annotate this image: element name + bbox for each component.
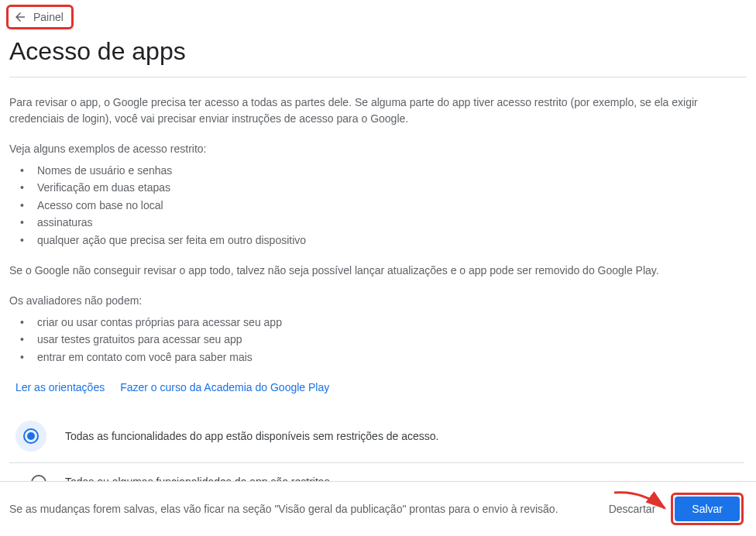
reviewers-header: Os avaliadores não podem: [9, 293, 744, 309]
discard-button[interactable]: Descartar [600, 496, 665, 521]
footer-bar: Se as mudanças forem salvas, elas vão fi… [0, 481, 756, 536]
play-academy-link[interactable]: Fazer o curso da Academia do Google Play [120, 380, 329, 396]
read-guidelines-link[interactable]: Ler as orientações [15, 380, 105, 396]
list-item: Verificação em duas etapas [20, 179, 744, 196]
list-item: Nomes de usuário e senhas [20, 162, 744, 179]
footer-notice: Se as mudanças forem salvas, elas vão fi… [9, 503, 600, 515]
examples-header: Veja alguns exemplos de acesso restrito: [9, 141, 744, 157]
warning-paragraph: Se o Google não conseguir revisar o app … [9, 263, 744, 279]
back-label: Painel [33, 11, 64, 23]
radio-halo [15, 421, 46, 452]
reviewers-list: criar ou usar contas próprias para acess… [9, 314, 744, 366]
list-item: entrar em contato com você para saber ma… [20, 349, 744, 366]
list-item: assinaturas [20, 214, 744, 231]
page-title: Acesso de apps [9, 37, 756, 66]
option-unrestricted[interactable]: Todas as funcionalidades do app estão di… [9, 410, 744, 462]
save-highlight: Salvar [671, 493, 744, 525]
examples-list: Nomes de usuário e senhas Verificação em… [9, 162, 744, 249]
intro-paragraph: Para revisar o app, o Google precisa ter… [9, 94, 744, 127]
links-row: Ler as orientações Fazer o curso da Acad… [15, 380, 744, 396]
back-to-dashboard[interactable]: Painel [6, 5, 74, 29]
radio-inner-icon [27, 432, 35, 440]
list-item: usar testes gratuitos para acessar seu a… [20, 331, 744, 348]
arrow-left-icon [13, 10, 27, 24]
content-area: Para revisar o app, o Google precisa ter… [0, 77, 756, 501]
radio-button-icon [23, 428, 39, 444]
option-unrestricted-label: Todas as funcionalidades do app estão di… [65, 428, 439, 445]
save-button[interactable]: Salvar [675, 496, 740, 521]
list-item: qualquer ação que precisa ser feita em o… [20, 232, 744, 249]
list-item: criar ou usar contas próprias para acess… [20, 314, 744, 331]
list-item: Acesso com base no local [20, 197, 744, 214]
